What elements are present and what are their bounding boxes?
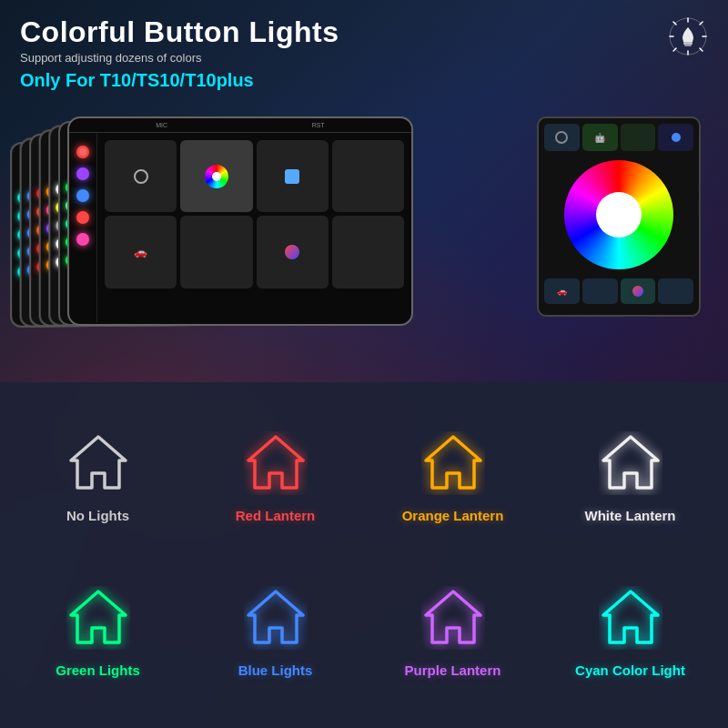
svg-rect-9 bbox=[683, 42, 693, 45]
svg-marker-14 bbox=[603, 437, 658, 488]
bulb-icon bbox=[668, 16, 708, 56]
svg-marker-16 bbox=[248, 592, 303, 642]
svg-marker-12 bbox=[248, 437, 303, 488]
page-title: Colorful Button Lights bbox=[20, 16, 708, 48]
light-label-blue-lights: Blue Lights bbox=[238, 662, 313, 679]
device-area: MIC RST bbox=[0, 98, 728, 344]
light-label-no-lights: No Lights bbox=[66, 508, 129, 524]
house-icon-blue-lights bbox=[244, 586, 308, 650]
house-icon-cyan-color-light bbox=[599, 586, 662, 650]
tablet-main: MIC RST bbox=[67, 116, 413, 326]
svg-marker-13 bbox=[426, 437, 480, 488]
light-item-no-lights: No Lights bbox=[9, 400, 187, 555]
house-icon-red-lantern bbox=[244, 431, 308, 495]
light-item-purple-lantern: Purple Lantern bbox=[364, 555, 541, 710]
light-item-green-lights: Green Lights bbox=[9, 555, 187, 710]
model-text: Only For T10/TS10/T10plus bbox=[20, 70, 708, 91]
light-label-cyan-color-light: Cyan Color Light bbox=[575, 662, 685, 679]
light-label-orange-lantern: Orange Lantern bbox=[402, 508, 504, 524]
svg-marker-18 bbox=[603, 592, 658, 642]
svg-line-7 bbox=[700, 22, 703, 25]
house-icon-purple-lantern bbox=[421, 586, 485, 650]
house-icon-white-lantern bbox=[599, 431, 662, 495]
color-wheel-panel: 🤖 🚗 bbox=[537, 116, 701, 317]
light-item-white-lantern: White Lantern bbox=[541, 400, 719, 555]
bottom-panel: No Lights Red Lantern Orange Lantern Whi… bbox=[0, 382, 728, 728]
svg-marker-15 bbox=[71, 592, 126, 642]
svg-rect-10 bbox=[684, 45, 692, 46]
light-label-purple-lantern: Purple Lantern bbox=[405, 662, 501, 679]
header-section: Colorful Button Lights Support adjusting… bbox=[0, 0, 728, 91]
light-label-white-lantern: White Lantern bbox=[585, 508, 676, 524]
svg-line-5 bbox=[673, 22, 676, 25]
light-item-blue-lights: Blue Lights bbox=[187, 555, 364, 710]
svg-marker-11 bbox=[71, 437, 126, 488]
house-icon-no-lights bbox=[66, 431, 130, 495]
svg-marker-17 bbox=[426, 592, 480, 642]
lights-grid: No Lights Red Lantern Orange Lantern Whi… bbox=[0, 382, 728, 728]
svg-line-6 bbox=[700, 48, 703, 51]
light-item-orange-lantern: Orange Lantern bbox=[364, 400, 541, 555]
house-icon-orange-lantern bbox=[421, 431, 485, 495]
light-item-red-lantern: Red Lantern bbox=[187, 400, 364, 555]
house-icon-green-lights bbox=[66, 586, 130, 650]
subtitle-text: Support adjusting dozens of colors bbox=[20, 51, 708, 65]
light-label-red-lantern: Red Lantern bbox=[236, 508, 316, 524]
light-item-cyan-color-light: Cyan Color Light bbox=[541, 555, 719, 710]
light-label-green-lights: Green Lights bbox=[56, 662, 140, 679]
svg-line-8 bbox=[673, 48, 676, 51]
